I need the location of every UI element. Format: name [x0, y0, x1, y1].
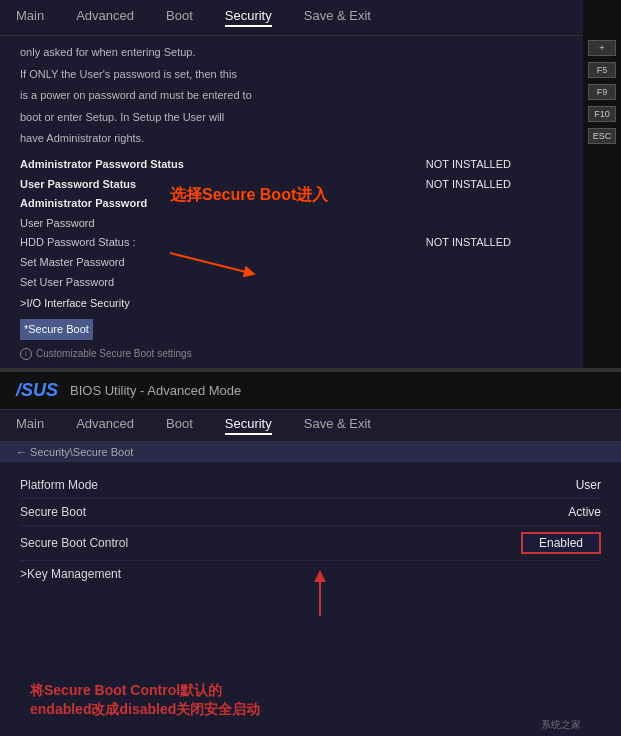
bottom-menu-main[interactable]: Main — [16, 416, 44, 435]
hdd-pw-status-value: NOT INSTALLED — [296, 234, 572, 252]
admin-pw-value — [296, 195, 572, 213]
breadcrumb-bar: ← Security\Secure Boot — [0, 442, 621, 462]
bottom-menu-advanced[interactable]: Advanced — [76, 416, 134, 435]
platform-mode-value: User — [576, 478, 601, 492]
asus-logo: /SUS — [16, 380, 58, 401]
secure-boot-control-label: Secure Boot Control — [20, 536, 128, 550]
asus-header: /SUS BIOS Utility - Advanced Mode — [0, 372, 621, 410]
annotation-line-2: endabled改成disabled关闭安全启动 — [30, 700, 260, 720]
intro-line-2: If ONLY the User's password is set, then… — [20, 66, 571, 84]
menu-item-save-exit[interactable]: Save & Exit — [304, 8, 371, 27]
io-interface[interactable]: >I/O Interface Security — [20, 295, 571, 313]
watermark: 系统之家 — [541, 718, 581, 732]
bottom-menu-boot[interactable]: Boot — [166, 416, 193, 435]
intro-line-3: is a power on password and must be enter… — [20, 87, 571, 105]
bottom-annotation: 将Secure Boot Control默认的 endabled改成disabl… — [30, 681, 260, 720]
top-menu-bar: Main Advanced Boot Security Save & Exit — [0, 0, 621, 36]
menu-item-security[interactable]: Security — [225, 8, 272, 27]
secure-boot-label: Secure Boot — [20, 505, 86, 519]
key-f9[interactable]: F9 — [588, 84, 616, 100]
breadcrumb: ← Security\Secure Boot — [16, 446, 133, 458]
right-sidebar: + F5 F9 F10 ESC — [583, 0, 621, 368]
secure-boot-value: Active — [568, 505, 601, 519]
admin-pw-status-value: NOT INSTALLED — [296, 156, 572, 174]
intro-line-1: only asked for when entering Setup. — [20, 44, 571, 62]
key-plus[interactable]: + — [588, 40, 616, 56]
bottom-panel: /SUS BIOS Utility - Advanced Mode Main A… — [0, 372, 621, 736]
annotation-line-1: 将Secure Boot Control默认的 — [30, 681, 260, 701]
top-annotation: 选择Secure Boot进入 — [170, 185, 328, 206]
key-f5[interactable]: F5 — [588, 62, 616, 78]
info-icon: i — [20, 348, 32, 360]
set-master-pw-value — [296, 254, 572, 272]
bottom-menu-security[interactable]: Security — [225, 416, 272, 435]
bottom-menu-save-exit[interactable]: Save & Exit — [304, 416, 371, 435]
key-f10[interactable]: F10 — [588, 106, 616, 122]
svg-line-0 — [170, 253, 250, 273]
intro-line-5: have Administrator rights. — [20, 130, 571, 148]
secure-boot-control-value[interactable]: Enabled — [521, 532, 601, 554]
set-user-pw-value — [296, 274, 572, 292]
menu-item-main[interactable]: Main — [16, 8, 44, 27]
settings-grid: Administrator Password Status NOT INSTAL… — [20, 156, 571, 291]
top-panel: Main Advanced Boot Security Save & Exit … — [0, 0, 621, 368]
menu-item-boot[interactable]: Boot — [166, 8, 193, 27]
intro-line-4: boot or enter Setup. In Setup the User w… — [20, 109, 571, 127]
secure-boot-row: Secure Boot Active — [20, 499, 601, 526]
bios-subtitle: BIOS Utility - Advanced Mode — [70, 383, 241, 398]
user-pw-value — [296, 215, 572, 233]
user-pw-status-value: NOT INSTALLED — [296, 176, 572, 194]
admin-pw-status-label: Administrator Password Status — [20, 156, 296, 174]
platform-mode-label: Platform Mode — [20, 478, 98, 492]
bottom-menu-bar: Main Advanced Boot Security Save & Exit — [0, 410, 621, 442]
customizable-text: Customizable Secure Boot settings — [36, 346, 192, 362]
customizable-note: i Customizable Secure Boot settings — [20, 346, 571, 362]
platform-mode-row: Platform Mode User — [20, 472, 601, 499]
secure-boot-item[interactable]: *Secure Boot — [20, 319, 93, 341]
secure-boot-control-row[interactable]: Secure Boot Control Enabled — [20, 526, 601, 561]
key-esc[interactable]: ESC — [588, 128, 616, 144]
menu-item-advanced[interactable]: Advanced — [76, 8, 134, 27]
user-pw-label: User Password — [20, 215, 296, 233]
